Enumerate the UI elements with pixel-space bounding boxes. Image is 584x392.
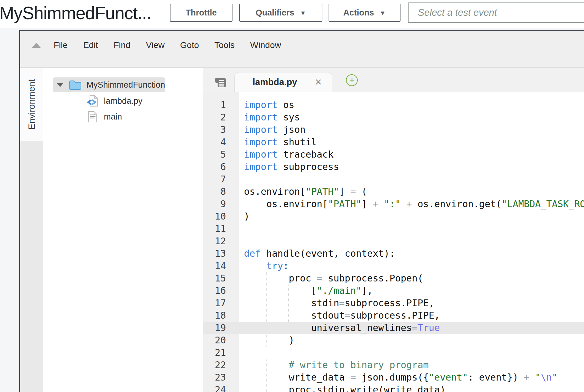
code-line[interactable]: 13def handle(event, context): bbox=[203, 247, 584, 260]
code-text: import os bbox=[239, 99, 294, 111]
test-event-select[interactable]: Select a test event bbox=[408, 2, 584, 23]
code-line[interactable]: 22 # write to binary program bbox=[203, 359, 584, 371]
code-text: universal_newlines=True bbox=[239, 322, 440, 334]
line-number: 7 bbox=[203, 173, 239, 185]
tree-row-main[interactable]: main bbox=[86, 110, 203, 124]
environment-tab-label: Environment bbox=[27, 79, 37, 130]
code-line[interactable]: 10) bbox=[203, 210, 584, 223]
code-text: ["./main"], bbox=[239, 285, 373, 297]
code-line[interactable]: 16 ["./main"], bbox=[203, 285, 584, 297]
code-text bbox=[239, 346, 244, 359]
folder-icon bbox=[69, 80, 82, 90]
new-tab-button[interactable]: + bbox=[346, 74, 358, 86]
code-text: stdin=subprocess.PIPE, bbox=[239, 297, 434, 309]
code-text: import traceback bbox=[239, 148, 334, 161]
doc-file-icon bbox=[86, 111, 99, 123]
code-line[interactable]: 6import subprocess bbox=[203, 161, 584, 173]
code-line[interactable]: 12 bbox=[203, 235, 584, 247]
menu-item-edit[interactable]: Edit bbox=[83, 39, 98, 51]
menu-item-find[interactable]: Find bbox=[113, 39, 130, 51]
code-text: os.environ["PATH"] = ( bbox=[239, 185, 367, 198]
ide-window: File Edit Find View Goto Tools Window En… bbox=[19, 30, 584, 392]
throttle-button[interactable]: Throttle bbox=[170, 4, 232, 22]
line-number: 8 bbox=[203, 185, 239, 198]
code-line[interactable]: 8os.environ["PATH"] = ( bbox=[203, 185, 584, 198]
code-text: import subprocess bbox=[239, 161, 339, 173]
page-header: MyShimmedFunct... Throttle Qualifiers ▼ … bbox=[0, 0, 584, 28]
code-line[interactable]: 19 universal_newlines=True bbox=[203, 322, 584, 334]
code-text: import shutil bbox=[239, 136, 317, 148]
line-number: 3 bbox=[203, 124, 239, 136]
code-text: import sys bbox=[239, 111, 300, 124]
code-line[interactable]: 23 write_data = json.dumps({"event": eve… bbox=[203, 371, 584, 384]
line-number: 5 bbox=[203, 148, 239, 161]
chevron-down-icon: ▼ bbox=[380, 10, 386, 17]
code-text: os.environ["PATH"] + ":" + os.environ.ge… bbox=[239, 198, 584, 210]
code-text: proc = subprocess.Popen( bbox=[239, 272, 423, 285]
line-number: 24 bbox=[203, 384, 239, 392]
code-text: write_data = json.dumps({"event": event}… bbox=[239, 371, 557, 384]
line-number: 15 bbox=[203, 272, 239, 285]
code-line[interactable]: 5import traceback bbox=[203, 148, 584, 161]
code-text: proc.stdin.write(write_data) bbox=[239, 384, 445, 392]
throttle-button-label: Throttle bbox=[186, 8, 217, 18]
code-line[interactable]: 3import json bbox=[203, 124, 584, 136]
actions-button-label: Actions bbox=[343, 8, 374, 18]
plus-icon: + bbox=[349, 76, 355, 85]
line-number: 9 bbox=[203, 198, 239, 210]
actions-button[interactable]: Actions ▼ bbox=[329, 4, 400, 22]
code-text: import json bbox=[239, 124, 306, 136]
code-line[interactable]: 18 stdout=subprocess.PIPE, bbox=[203, 309, 584, 322]
code-text: try: bbox=[239, 260, 289, 272]
menu-item-window[interactable]: Window bbox=[250, 39, 281, 51]
code-line[interactable]: 2import sys bbox=[203, 111, 584, 124]
code-text: stdout=subprocess.PIPE, bbox=[239, 309, 440, 322]
menu-item-view[interactable]: View bbox=[146, 39, 165, 51]
editor-pane: lambda.py × + 1import os2import sys3impo… bbox=[203, 68, 584, 392]
side-tab-strip: Environment bbox=[20, 68, 43, 392]
code-line[interactable]: 21 bbox=[203, 346, 584, 359]
menu-item-goto[interactable]: Goto bbox=[180, 39, 199, 51]
tree-row-lambda-py[interactable]: lambda.py bbox=[86, 94, 203, 108]
code-text: # write to binary program bbox=[239, 359, 429, 371]
code-text bbox=[239, 223, 244, 235]
caret-down-icon[interactable] bbox=[57, 83, 64, 87]
line-number: 11 bbox=[203, 223, 239, 235]
menu-item-file[interactable]: File bbox=[54, 39, 68, 51]
code-line[interactable]: 7 bbox=[203, 173, 584, 185]
code-line[interactable]: 17 stdin=subprocess.PIPE, bbox=[203, 297, 584, 309]
code-text: def handle(event, context): bbox=[239, 247, 395, 260]
tab-environment[interactable]: Environment bbox=[20, 68, 43, 141]
code-line[interactable]: 14 try: bbox=[203, 260, 584, 272]
tree-row-folder[interactable]: MyShimmedFunction bbox=[53, 77, 165, 92]
code-line[interactable]: 4import shutil bbox=[203, 136, 584, 148]
tab-lambda-py[interactable]: lambda.py × bbox=[234, 72, 332, 92]
line-number: 19 bbox=[203, 322, 239, 334]
code-line[interactable]: 20 ) bbox=[203, 334, 584, 346]
line-number: 18 bbox=[203, 309, 239, 322]
line-number: 6 bbox=[203, 161, 239, 173]
chevron-down-icon: ▼ bbox=[300, 10, 306, 17]
file-name: lambda.py bbox=[104, 96, 143, 106]
code-line[interactable]: 9 os.environ["PATH"] + ":" + os.environ.… bbox=[203, 198, 584, 210]
code-line[interactable]: 24 proc.stdin.write(write_data) bbox=[203, 384, 584, 392]
code-text bbox=[239, 235, 244, 247]
line-number: 21 bbox=[203, 346, 239, 359]
folder-name: MyShimmedFunction bbox=[86, 80, 165, 90]
code-line[interactable]: 11 bbox=[203, 223, 584, 235]
line-number: 16 bbox=[203, 285, 239, 297]
close-icon[interactable]: × bbox=[315, 77, 321, 87]
code-area[interactable]: 1import os2import sys3import json4import… bbox=[203, 92, 584, 392]
collapse-pane-icon[interactable] bbox=[32, 43, 41, 48]
code-text bbox=[239, 173, 244, 185]
qualifiers-button[interactable]: Qualifiers ▼ bbox=[239, 4, 322, 22]
editor-tab-bar: lambda.py × + bbox=[203, 68, 584, 92]
line-number: 2 bbox=[203, 111, 239, 124]
code-line[interactable]: 1import os bbox=[203, 99, 584, 111]
code-line[interactable]: 15 proc = subprocess.Popen( bbox=[203, 272, 584, 285]
tab-label: lambda.py bbox=[253, 77, 297, 87]
menu-item-tools[interactable]: Tools bbox=[215, 39, 235, 51]
line-number: 13 bbox=[203, 247, 239, 260]
line-number: 12 bbox=[203, 235, 239, 247]
tab-list-icon[interactable] bbox=[215, 77, 226, 88]
